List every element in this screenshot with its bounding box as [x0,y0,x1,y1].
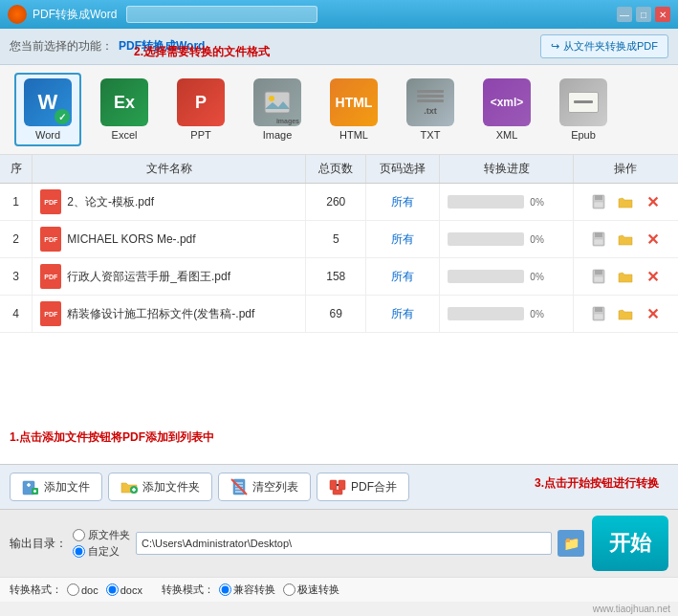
delete-action-button[interactable]: ✕ [643,304,662,323]
clear-list-icon [230,478,248,495]
format-doc-option[interactable]: doc [67,583,98,596]
browse-folder-button[interactable]: 📁 [558,530,584,557]
cell-pagerange[interactable]: 所有 [366,258,440,296]
cell-pagerange[interactable]: 所有 [366,296,440,333]
mode-fast-option[interactable]: 极速转换 [283,583,339,597]
minimize-button[interactable]: — [617,7,632,22]
save-action-button[interactable] [589,304,608,323]
radio-custom-folder-input[interactable] [73,545,85,558]
save-action-button[interactable] [589,192,608,211]
title-bar-controls: — □ ✕ [617,7,670,22]
epub-label: Epub [571,129,596,141]
pdf-icon: PDF [40,301,61,326]
radio-original-folder[interactable]: 原文件夹 [73,528,130,542]
watermark: www.tiaojhuan.net [0,602,678,616]
add-folder-label: 添加文件夹 [142,479,200,495]
pdf-icon: PDF [40,264,61,289]
xml-icon-img: <xml> [483,78,531,126]
cell-seq: 1 [0,184,33,221]
svg-rect-29 [330,480,337,490]
word-check-badge: ✓ [55,109,70,124]
table-row: 2 PDF MICHAEL KORS Me-.pdf 5 所有 0% [0,221,678,258]
format-html[interactable]: HTML HTML [320,73,387,146]
app-logo [8,5,27,24]
image-svg [263,90,292,115]
svg-rect-12 [595,307,602,312]
cell-pages: 69 [306,296,366,333]
delete-action-button[interactable]: ✕ [643,230,662,249]
col-progress: 转换进度 [440,155,573,184]
delete-action-button[interactable]: ✕ [643,192,662,211]
svg-point-1 [269,96,274,101]
format-image[interactable]: images Image [244,73,311,146]
add-file-icon [22,478,39,495]
start-button[interactable]: 开始 [592,516,668,571]
format-docx-radio[interactable] [106,583,119,596]
output-radio-group: 原文件夹 自定义 [73,528,130,559]
delete-action-button[interactable]: ✕ [643,267,662,286]
svg-rect-7 [594,239,603,245]
mode-fast-radio[interactable] [283,583,295,596]
folder-action-button[interactable] [616,230,635,249]
col-pagerange: 页码选择 [366,155,440,184]
convert-mode-radios: 兼容转换 极速转换 [219,583,339,597]
merge-pdf-button[interactable]: PDF合并 [317,473,409,501]
radio-original-folder-input[interactable] [73,529,85,541]
table-row: 3 PDF 行政人资部运营手册_看图王.pdf 158 所有 0% [0,258,678,296]
bottom-toolbar-wrapper: 1.点击添加文件按钮将PDF添加到列表中 添加文件 [0,464,678,509]
arrow-icon: ↪ [551,40,559,53]
format-word[interactable]: W ✓ Word [14,73,81,146]
table-body: 1 PDF 2、论文-模板.pdf 260 所有 0% [0,184,678,333]
radio-custom-folder[interactable]: 自定义 [73,544,130,559]
filename-text: MICHAEL KORS Me-.pdf [67,232,195,246]
pdf-icon: PDF [40,189,61,214]
add-file-button[interactable]: 添加文件 [10,473,102,501]
from-file-button[interactable]: ↪ 从文件夹转换成PDF [540,34,668,58]
format-xml[interactable]: <xml> XML [473,73,540,146]
excel-icon-img: Ex [100,78,148,126]
format-epub[interactable]: Epub [550,73,617,146]
mode-compatible-option[interactable]: 兼容转换 [219,583,275,597]
format-doc-radio[interactable] [67,583,79,596]
xml-label: XML [496,129,518,141]
format-excel[interactable]: Ex Excel [91,73,158,146]
svg-rect-9 [595,270,602,275]
table-row: 4 PDF 精装修设计施工招标文件(发售稿-.pdf 69 所有 0% [0,296,678,333]
folder-icon: 📁 [563,536,580,551]
title-search-bar [126,6,317,23]
format-ppt[interactable]: P PPT [167,73,234,146]
clear-list-button[interactable]: 清空列表 [218,473,311,501]
close-button[interactable]: ✕ [655,7,670,22]
cell-seq: 3 [0,258,33,296]
save-action-button[interactable] [589,230,608,249]
maximize-button[interactable]: □ [636,7,651,22]
progress-text: 0% [530,272,543,282]
output-dir-area: 输出目录： 原文件夹 自定义 📁 [10,516,584,571]
mode-compatible-label: 兼容转换 [233,583,275,597]
convert-mode-label: 转换模式： [162,583,214,597]
format-txt[interactable]: .txt TXT [397,73,464,146]
cell-pagerange[interactable]: 所有 [366,221,440,258]
progress-bar [448,195,524,209]
folder-action-button[interactable] [616,192,635,211]
cell-actions: ✕ [573,184,678,221]
function-label: 您当前选择的功能： [10,38,113,55]
radio-custom-folder-label: 自定义 [88,544,120,559]
cell-pagerange[interactable]: 所有 [366,184,440,221]
folder-action-button[interactable] [616,267,635,286]
folder-action-button[interactable] [616,304,635,323]
cell-seq: 2 [0,221,33,258]
cell-progress: 0% [440,221,573,258]
txt-label: TXT [421,129,441,141]
add-folder-button[interactable]: 添加文件夹 [108,473,212,501]
save-action-button[interactable] [589,267,608,286]
cell-progress: 0% [440,184,573,221]
cell-pages: 260 [306,184,366,221]
bottom-toolbar: 添加文件 添加文件夹 [0,464,678,509]
current-function: 您当前选择的功能： PDF转换成Word [10,38,205,55]
epub-icon-img [559,78,607,126]
path-input[interactable] [136,532,552,555]
format-docx-option[interactable]: docx [106,583,142,596]
mode-compatible-radio[interactable] [219,583,231,596]
excel-label: Excel [112,129,138,141]
